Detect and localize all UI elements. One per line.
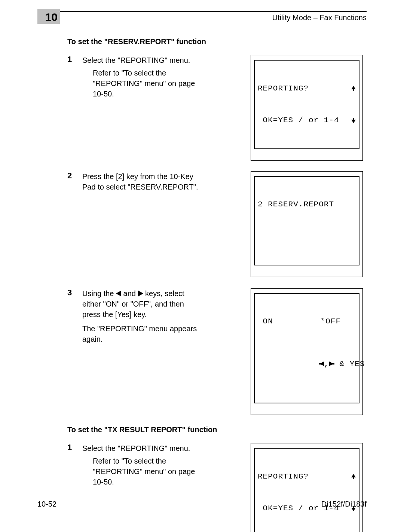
step-number: 2 xyxy=(67,171,76,180)
step-row: 3 Using the and keys, select either "ON"… xyxy=(67,288,367,415)
lcd-hint-line: , & YES xyxy=(258,348,356,380)
step-after-text: The "REPORTING" menu appears again. xyxy=(82,323,202,344)
step-text: Using the and keys, select either "ON" o… xyxy=(82,288,202,320)
lcd-display: REPORTING? OK=YES / or 1-4 xyxy=(251,55,367,161)
model-label: Di152f/Di183f xyxy=(321,500,367,508)
manual-page: 10 Utility Mode – Fax Functions To set t… xyxy=(37,11,367,516)
right-arrow-icon xyxy=(138,290,143,296)
svg-marker-0 xyxy=(319,362,324,366)
page-number: 10-52 xyxy=(37,500,56,508)
lcd-line: REPORTING? xyxy=(258,83,309,94)
step-row: 2 Press the [2] key from the 10-Key Pad … xyxy=(67,171,367,277)
left-arrow-icon xyxy=(116,290,121,296)
header-rule xyxy=(37,11,367,12)
step-body: Press the [2] key from the 10-Key Pad to… xyxy=(82,171,202,192)
step-number: 3 xyxy=(67,288,76,297)
scroll-up-icon xyxy=(351,474,356,479)
step-subtext: Refer to "To select the "REPORTING" menu… xyxy=(82,456,202,487)
lcd-off-label: *OFF xyxy=(321,316,341,327)
step-body: Select the "REPORTING" menu. Refer to "T… xyxy=(82,55,202,99)
scroll-up-icon xyxy=(351,86,356,91)
step-subtext: Refer to "To select the "REPORTING" menu… xyxy=(82,68,202,99)
step-row: 1 Select the "REPORTING" menu. Refer to … xyxy=(67,55,367,161)
lcd-display: 2 RESERV.REPORT xyxy=(251,171,367,277)
lcd-on-label: ON xyxy=(258,316,273,327)
scroll-down-icon xyxy=(351,118,356,123)
section-title: To set the "TX RESULT REPORT" function xyxy=(67,425,367,434)
chapter-number: 10 xyxy=(45,11,58,23)
chapter-number-box: 10 xyxy=(37,9,60,24)
step-body: Select the "REPORTING" menu. Refer to "T… xyxy=(82,443,202,487)
step-text: Press the [2] key from the 10-Key Pad to… xyxy=(82,171,202,192)
page-footer: 10-52 Di152f/Di183f xyxy=(37,496,367,508)
section-title: To set the "RESERV.REPORT" function xyxy=(67,37,367,46)
footer-rule xyxy=(37,496,367,496)
step-text: Select the "REPORTING" menu. xyxy=(82,55,202,65)
lcd-display: ON *OFF , & YES xyxy=(251,288,367,415)
speaker-left-icon xyxy=(319,362,324,366)
svg-marker-1 xyxy=(329,362,334,366)
speaker-right-icon xyxy=(329,362,334,366)
step-text: Select the "REPORTING" menu. xyxy=(82,443,202,453)
lcd-line: 2 RESERV.REPORT xyxy=(258,199,356,210)
lcd-line: REPORTING? xyxy=(258,471,309,482)
step-body: Using the and keys, select either "ON" o… xyxy=(82,288,202,344)
step-row: 1 Select the "REPORTING" menu. Refer to … xyxy=(67,443,367,532)
lcd-display: REPORTING? OK=YES / or 1-4 xyxy=(251,443,367,532)
page-content: To set the "RESERV.REPORT" function 1 Se… xyxy=(67,37,367,532)
lcd-line: OK=YES / or 1-4 xyxy=(258,115,339,126)
header-title: Utility Mode – Fax Functions xyxy=(272,13,367,22)
step-number: 1 xyxy=(67,55,76,64)
step-number: 1 xyxy=(67,443,76,452)
